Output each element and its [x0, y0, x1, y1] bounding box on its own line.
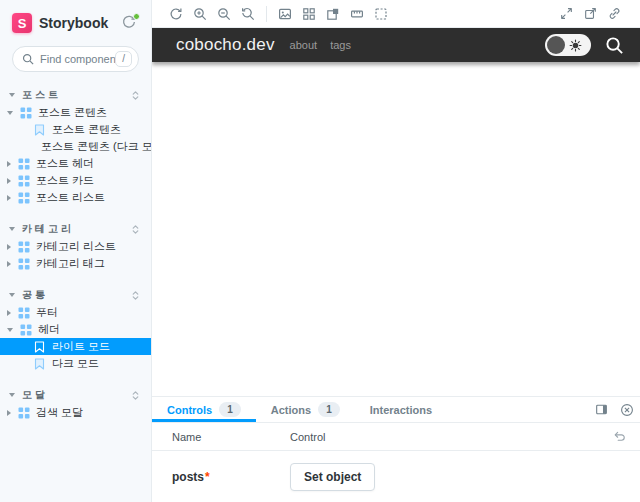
grid-button[interactable] [297, 2, 321, 26]
notification-dot [133, 13, 140, 20]
main-area: cobocho.dev about tags Controls 1 [152, 0, 640, 502]
collapse-section-icon[interactable] [130, 390, 141, 401]
sidebar-component[interactable]: 포스트 헤더 [0, 155, 151, 172]
story-label: 포스트 콘텐츠 [52, 122, 121, 137]
section-label: 공통 [22, 288, 130, 302]
search-shortcut-key: / [115, 51, 132, 67]
tab-badge: 1 [219, 402, 241, 417]
search-icon [22, 53, 34, 65]
sidebar-component[interactable]: 카테고리 태그 [0, 255, 151, 272]
caret-down-icon [9, 93, 15, 97]
update-available-icon[interactable] [121, 14, 139, 32]
collapse-section-icon[interactable] [130, 290, 141, 301]
zoom-out-button[interactable] [212, 2, 236, 26]
column-header-name: Name [172, 431, 290, 443]
sidebar-component[interactable]: 헤더 [0, 321, 151, 338]
preview-site-nav: about tags [290, 39, 545, 51]
viewport-button[interactable] [321, 2, 345, 26]
section-label: 모달 [22, 388, 130, 402]
sidebar-story-selected[interactable]: 라이트 모드 [0, 338, 151, 355]
toggle-knob [547, 36, 565, 54]
sidebar-component[interactable]: 포스트 콘텐츠 [0, 104, 151, 121]
arg-name: posts* [172, 470, 290, 484]
component-icon [18, 241, 30, 253]
caret-right-icon [7, 261, 11, 267]
sidebar-story[interactable]: 다크 모드 [0, 355, 151, 372]
preview-site-header: cobocho.dev about tags [152, 28, 640, 62]
close-panel-button[interactable] [614, 397, 640, 422]
sidebar-section-common[interactable]: 공통 [0, 286, 151, 304]
component-label: 푸터 [36, 305, 58, 320]
storybook-logo-icon[interactable]: S [12, 13, 32, 33]
story-icon [34, 124, 45, 136]
measure-button[interactable] [345, 2, 369, 26]
sidebar-component[interactable]: 포스트 리스트 [0, 189, 151, 206]
toolbar-divider [266, 6, 267, 22]
section-label: 포스트 [22, 88, 130, 102]
sidebar-section-category[interactable]: 카테고리 [0, 220, 151, 238]
component-icon [20, 324, 32, 336]
sidebar-section-modal[interactable]: 모달 [0, 386, 151, 404]
panel-tabbar: Controls 1 Actions 1 Interactions [152, 397, 640, 423]
app-title: Storybook [39, 15, 121, 31]
component-icon [18, 307, 30, 319]
theme-toggle-switch[interactable] [545, 34, 591, 56]
zoom-reset-button[interactable] [236, 2, 260, 26]
open-in-new-tab-button[interactable] [578, 2, 602, 26]
reset-controls-icon[interactable] [613, 430, 626, 443]
component-label: 포스트 리스트 [36, 190, 105, 205]
required-asterisk: * [205, 470, 210, 484]
section-label: 카테고리 [22, 222, 130, 236]
caret-down-icon [7, 111, 13, 115]
sidebar-component[interactable]: 카테고리 리스트 [0, 238, 151, 255]
fullscreen-button[interactable] [554, 2, 578, 26]
story-label: 다크 모드 [52, 356, 99, 371]
component-label: 헤더 [38, 322, 60, 337]
sidebar-component[interactable]: 검색 모달 [0, 404, 151, 421]
story-icon [34, 358, 45, 370]
tab-controls[interactable]: Controls 1 [152, 397, 256, 422]
component-icon [18, 192, 30, 204]
sidebar-story[interactable]: 포스트 콘텐츠 (다크 모드) [0, 138, 151, 155]
sidebar-component[interactable]: 포스트 카드 [0, 172, 151, 189]
component-label: 카테고리 리스트 [36, 239, 116, 254]
copy-link-button[interactable] [602, 2, 626, 26]
controls-table: Name Control posts* Set object [152, 423, 640, 502]
zoom-in-button[interactable] [188, 2, 212, 26]
sidebar: S Storybook / 포스트 [0, 0, 152, 502]
story-label: 라이트 모드 [52, 339, 110, 354]
component-icon [18, 158, 30, 170]
panel-position-button[interactable] [588, 397, 614, 422]
sidebar-component[interactable]: 푸터 [0, 304, 151, 321]
collapse-section-icon[interactable] [130, 90, 141, 101]
collapse-section-icon[interactable] [130, 224, 141, 235]
remount-button[interactable] [164, 2, 188, 26]
addons-panel: Controls 1 Actions 1 Interactions [152, 396, 640, 502]
search-input[interactable] [40, 53, 115, 65]
preview-search-icon[interactable] [605, 36, 624, 55]
sun-icon [569, 39, 582, 52]
component-icon [18, 175, 30, 187]
caret-right-icon [7, 310, 11, 316]
sidebar-story[interactable]: 포스트 콘텐츠 [0, 121, 151, 138]
brand-row: S Storybook [0, 10, 151, 36]
tab-label: Interactions [370, 404, 432, 416]
tab-badge: 1 [318, 402, 340, 417]
sidebar-section-posts[interactable]: 포스트 [0, 86, 151, 104]
set-object-button[interactable]: Set object [290, 463, 375, 491]
search-box[interactable]: / [12, 46, 139, 72]
nav-link-tags[interactable]: tags [330, 39, 351, 51]
component-label: 카테고리 태그 [36, 256, 105, 271]
backgrounds-button[interactable] [273, 2, 297, 26]
caret-down-icon [9, 293, 15, 297]
table-row: posts* Set object [152, 451, 640, 491]
preview-site-logo[interactable]: cobocho.dev [176, 35, 275, 55]
tab-label: Controls [167, 404, 212, 416]
outline-button[interactable] [369, 2, 393, 26]
story-preview-canvas: cobocho.dev about tags [152, 28, 640, 396]
search-row: / [0, 36, 151, 76]
caret-down-icon [9, 393, 15, 397]
tab-interactions[interactable]: Interactions [355, 397, 447, 422]
nav-link-about[interactable]: about [290, 39, 318, 51]
tab-actions[interactable]: Actions 1 [256, 397, 355, 422]
